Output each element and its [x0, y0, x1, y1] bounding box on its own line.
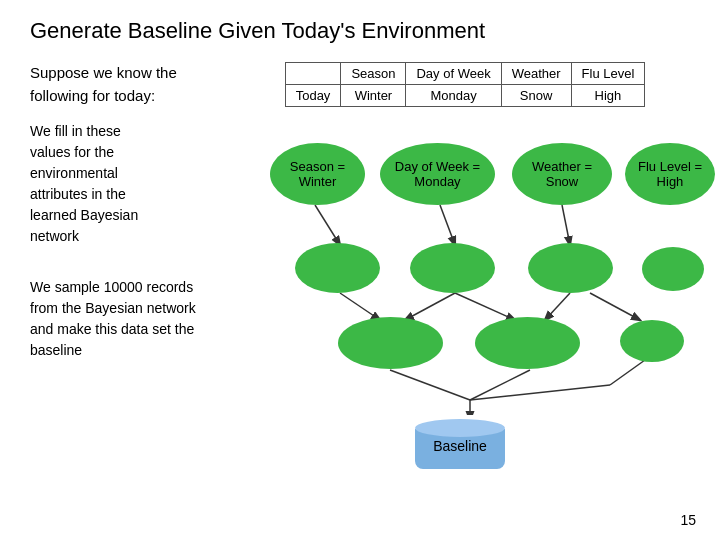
svg-line-2 — [562, 205, 570, 245]
weather-node: Weather =Snow — [512, 143, 612, 205]
svg-line-3 — [340, 293, 380, 320]
dow-value: Monday — [406, 85, 501, 107]
today-label: Today — [285, 85, 341, 107]
slide-title: Generate Baseline Given Today's Environm… — [30, 18, 690, 44]
col-flu: Flu Level — [571, 63, 645, 85]
svg-line-5 — [455, 293, 515, 320]
bottom-node-3 — [620, 320, 684, 362]
table-header-row: Season Day of Week Weather Flu Level — [285, 63, 645, 85]
col-empty — [285, 63, 341, 85]
mid-node-4 — [642, 247, 704, 291]
baseline-cylinder: Baseline — [415, 419, 505, 469]
fill-text: We fill in thesevalues for theenvironmen… — [30, 121, 240, 247]
svg-line-6 — [545, 293, 570, 320]
svg-line-10 — [610, 360, 645, 385]
bottom-node-1 — [338, 317, 443, 369]
svg-line-7 — [590, 293, 640, 320]
slide: Generate Baseline Given Today's Environm… — [0, 0, 720, 540]
season-value: Winter — [341, 85, 406, 107]
col-weather: Weather — [501, 63, 571, 85]
dow-node: Day of Week =Monday — [380, 143, 495, 205]
bottom-node-2 — [475, 317, 580, 369]
left-panel: Suppose we know the following for today:… — [30, 62, 240, 415]
svg-line-9 — [470, 370, 530, 400]
mid-node-3 — [528, 243, 613, 293]
svg-line-4 — [405, 293, 455, 320]
svg-line-0 — [315, 205, 340, 245]
svg-line-8 — [390, 370, 470, 400]
sample-text: We sample 10000 recordsfrom the Bayesian… — [30, 277, 240, 361]
flu-value: High — [571, 85, 645, 107]
svg-line-1 — [440, 205, 455, 245]
suppose-text: Suppose we know the following for today: — [30, 62, 240, 107]
baseline-label: Baseline — [433, 438, 487, 454]
environment-table: Season Day of Week Weather Flu Level Tod… — [285, 62, 646, 107]
right-panel: Season Day of Week Weather Flu Level Tod… — [240, 62, 690, 415]
page-number: 15 — [680, 512, 696, 528]
mid-node-2 — [410, 243, 495, 293]
weather-value: Snow — [501, 85, 571, 107]
table-data-row: Today Winter Monday Snow High — [285, 85, 645, 107]
cylinder-top — [415, 419, 505, 437]
col-season: Season — [341, 63, 406, 85]
mid-node-1 — [295, 243, 380, 293]
flu-node: Flu Level =High — [625, 143, 715, 205]
svg-line-11 — [470, 385, 610, 400]
col-dow: Day of Week — [406, 63, 501, 85]
content-area: Suppose we know the following for today:… — [30, 62, 690, 415]
season-node: Season =Winter — [270, 143, 365, 205]
network-diagram: Season =Winter Day of Week =Monday Weath… — [250, 125, 680, 415]
